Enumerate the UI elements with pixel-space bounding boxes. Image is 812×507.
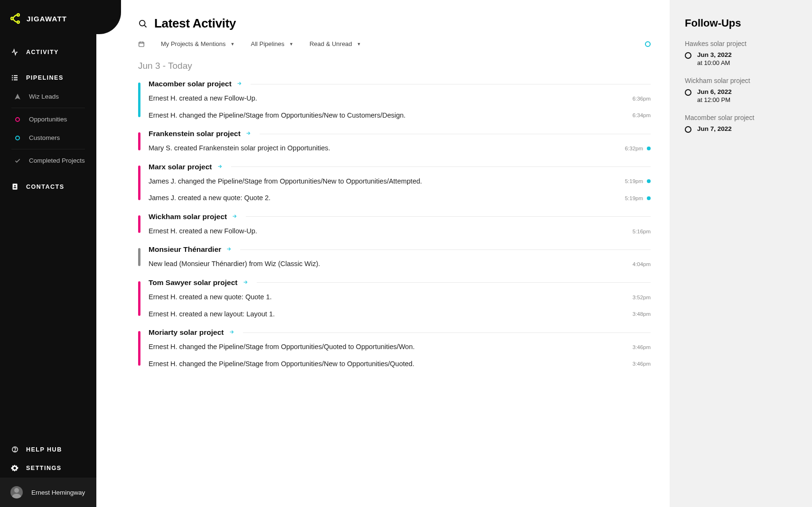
- activity-time: 4:04pm: [633, 261, 651, 267]
- activity-time: 3:52pm: [633, 295, 651, 300]
- group-color-stripe: [138, 215, 140, 233]
- followups-list: Hawkes solar projectJun 3, 2022at 10:00 …: [685, 40, 797, 133]
- arrow-right-icon[interactable]: [229, 328, 234, 337]
- unread-filter-toggle[interactable]: [645, 41, 651, 47]
- activity-row[interactable]: James J. created a new quote: Quote 2.5:…: [149, 187, 651, 204]
- activity-group: Frankenstein solar projectMary S. create…: [138, 129, 651, 154]
- activity-text: Ernest H. created a new layout: Layout 1…: [149, 310, 633, 319]
- arrow-right-icon[interactable]: [245, 129, 251, 138]
- nav-help-hub[interactable]: HELP HUB: [0, 440, 96, 459]
- nav-opportunities-label: Opportunities: [29, 116, 67, 123]
- nav-activity[interactable]: ACTIVITY: [0, 43, 96, 62]
- activity-group-title[interactable]: Tom Sawyer solar project: [149, 278, 238, 287]
- activity-row[interactable]: James J. changed the Pipeline/Stage from…: [149, 171, 651, 187]
- activity-group-title[interactable]: Moriarty solar project: [149, 328, 224, 337]
- nav-opportunities[interactable]: Opportunities: [11, 110, 85, 129]
- sidebar: JIGAWATT ACTIVITY PIPELINES: [0, 0, 96, 507]
- activity-time: 6:34pm: [633, 112, 651, 118]
- activity-row[interactable]: Ernest H. changed the Pipeline/Stage fro…: [149, 104, 651, 121]
- activity-text: Mary S. created Frankenstein solar proje…: [149, 144, 625, 153]
- activity-time: 6:32pm: [625, 146, 643, 151]
- activity-row[interactable]: New lead (Monsieur Thénardier) from Wiz …: [149, 254, 651, 270]
- caret-down-icon: ▼: [231, 42, 235, 46]
- filter-scope[interactable]: My Projects & Mentions ▼: [161, 40, 234, 47]
- activity-row[interactable]: Ernest H. created a new Follow-Up.5:16pm: [149, 221, 651, 237]
- group-color-stripe: [138, 166, 140, 200]
- activity-time: 3:46pm: [633, 344, 651, 350]
- activity-row[interactable]: Mary S. created Frankenstein solar proje…: [149, 138, 651, 154]
- nav-help-label: HELP HUB: [26, 446, 62, 453]
- activity-meta: 6:36pm: [633, 96, 651, 101]
- activity-text: James J. created a new quote: Quote 2.: [149, 194, 625, 203]
- nav-contacts[interactable]: CONTACTS: [0, 177, 96, 196]
- main: Latest Activity My Projects & Mentions ▼…: [96, 0, 670, 507]
- svg-rect-8: [14, 79, 18, 80]
- followup-status-icon[interactable]: [685, 52, 691, 59]
- followup-status-icon[interactable]: [685, 89, 691, 96]
- filter-bar: My Projects & Mentions ▼ All Pipelines ▼…: [138, 31, 651, 55]
- calendar-icon[interactable]: [138, 41, 145, 47]
- arrow-right-icon[interactable]: [217, 163, 223, 171]
- filter-read[interactable]: Read & Unread ▼: [309, 40, 361, 47]
- svg-rect-4: [14, 75, 18, 76]
- activity-meta: 3:52pm: [633, 295, 651, 300]
- arrow-right-icon[interactable]: [232, 212, 237, 221]
- svg-rect-5: [12, 77, 13, 78]
- activity-group: Marx solar projectJames J. changed the P…: [138, 163, 651, 204]
- activity-group-title[interactable]: Wickham solar project: [149, 212, 227, 221]
- followup-status-icon[interactable]: [685, 126, 691, 133]
- avatar: [10, 486, 23, 498]
- followup-row[interactable]: Jun 7, 2022: [685, 125, 797, 133]
- activity-meta: 4:04pm: [633, 261, 651, 267]
- activity-row[interactable]: Ernest H. changed the Pipeline/Stage fro…: [149, 337, 651, 353]
- followups-panel: Follow-Ups Hawkes solar projectJun 3, 20…: [670, 0, 812, 507]
- nav-pipelines[interactable]: PIPELINES: [0, 68, 96, 87]
- filter-scope-label: My Projects & Mentions: [161, 40, 226, 47]
- date-heading: Jun 3 - Today: [138, 61, 651, 71]
- arrow-right-icon[interactable]: [236, 80, 242, 88]
- arrow-right-icon[interactable]: [243, 278, 248, 287]
- activity-meta: 6:32pm: [625, 146, 651, 151]
- nav-wiz-leads-label: Wiz Leads: [29, 93, 59, 100]
- followup-project[interactable]: Wickham solar project: [685, 77, 797, 84]
- activity-meta: 6:34pm: [633, 112, 651, 118]
- activity-row[interactable]: Ernest H. changed the Pipeline/Stage fro…: [149, 353, 651, 370]
- sidebar-header: JIGAWATT: [0, 0, 96, 41]
- nav-customers-label: Customers: [29, 134, 60, 141]
- activity-meta: 3:46pm: [633, 344, 651, 350]
- collapse-sidebar-icon[interactable]: [110, 17, 117, 27]
- activity-row[interactable]: Ernest H. created a new quote: Quote 1.3…: [149, 287, 651, 303]
- nav-completed-projects[interactable]: Completed Projects: [0, 151, 96, 170]
- nav-customers[interactable]: Customers: [11, 129, 85, 147]
- search-icon[interactable]: [138, 19, 148, 28]
- activity-meta: 3:46pm: [633, 361, 651, 367]
- followup-item: Macomber solar projectJun 7, 2022: [685, 114, 797, 133]
- followup-project[interactable]: Macomber solar project: [685, 114, 797, 121]
- group-color-stripe: [138, 281, 140, 316]
- activity-row[interactable]: Ernest H. created a new Follow-Up.6:36pm: [149, 88, 651, 104]
- filter-read-label: Read & Unread: [309, 40, 352, 47]
- svg-point-14: [14, 451, 15, 451]
- followup-project[interactable]: Hawkes solar project: [685, 40, 797, 47]
- activity-icon: [10, 48, 19, 56]
- activity-group-title[interactable]: Macomber solar project: [149, 80, 232, 88]
- arrow-right-icon[interactable]: [226, 245, 232, 254]
- followup-item: Hawkes solar projectJun 3, 2022at 10:00 …: [685, 40, 797, 66]
- help-icon: [10, 446, 19, 453]
- activity-time: 5:19pm: [625, 195, 643, 201]
- logo-icon: [9, 12, 22, 25]
- unread-dot-icon: [647, 196, 651, 200]
- followup-row[interactable]: Jun 3, 2022at 10:00 AM: [685, 51, 797, 66]
- activity-group-title[interactable]: Monsieur Thénardier: [149, 245, 221, 254]
- filter-pipeline[interactable]: All Pipelines ▼: [251, 40, 293, 47]
- group-color-stripe: [138, 248, 140, 266]
- activity-group-title[interactable]: Marx solar project: [149, 163, 212, 171]
- sidebar-user[interactable]: Ernest Hemingway: [0, 478, 96, 507]
- nav-wiz-leads[interactable]: Wiz Leads: [0, 87, 96, 106]
- activity-group-title[interactable]: Frankenstein solar project: [149, 129, 241, 138]
- activity-text: Ernest H. changed the Pipeline/Stage fro…: [149, 111, 633, 120]
- followup-row[interactable]: Jun 6, 2022at 12:00 PM: [685, 88, 797, 103]
- activity-row[interactable]: Ernest H. created a new layout: Layout 1…: [149, 303, 651, 320]
- gear-icon: [10, 464, 19, 472]
- nav-settings[interactable]: SETTINGS: [0, 459, 96, 478]
